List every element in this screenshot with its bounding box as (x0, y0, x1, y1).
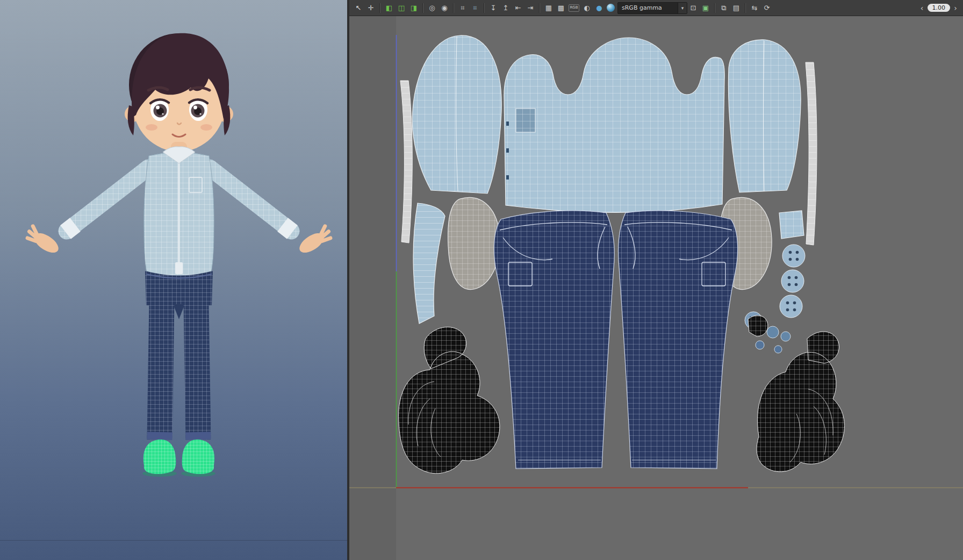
hair-wisp-right (224, 105, 230, 135)
isolate-select-remove-icon[interactable]: ◫ (396, 2, 407, 14)
jeans (145, 271, 213, 440)
checker-display-icon[interactable]: ▩ (555, 2, 567, 14)
toolbar-separator (745, 3, 746, 13)
toolbar-group-isolate: ◧◫◨ (383, 2, 420, 14)
distortion-display-icon[interactable]: ◉ (439, 2, 450, 14)
shoe-right (181, 440, 215, 477)
hand-right (296, 226, 333, 256)
pixel-snap-icon[interactable]: ⌗ (469, 2, 481, 14)
uv-button-small-3 (756, 341, 764, 349)
uv-left-margin (349, 16, 396, 560)
tweak-uv-tool-icon[interactable]: ✛ (365, 2, 377, 14)
toolbar-group-display-modes: ◎◉ (426, 2, 450, 14)
exposure-increase-button[interactable]: › (952, 4, 959, 12)
blush-left (146, 124, 157, 131)
grid-display-icon[interactable]: ▦ (543, 2, 555, 14)
uv-button-large-1 (782, 245, 805, 267)
toolbar-group-align: ↧↥⇤⇥ (487, 2, 536, 14)
toolbar-separator (379, 3, 380, 13)
uv-button-small-2 (781, 332, 790, 341)
isolate-select-toggle-icon[interactable]: ◨ (408, 2, 420, 14)
toolbar-separator (422, 3, 423, 13)
align-u-min-icon[interactable]: ↧ (487, 2, 499, 14)
toolbar-separator (453, 3, 454, 13)
align-u-max-icon[interactable]: ↥ (500, 2, 512, 14)
shirt-sleeve-left (66, 168, 148, 232)
chevron-down-icon: ▾ (678, 3, 687, 13)
hand-left (25, 226, 62, 256)
alpha-channel-icon[interactable]: ◐ (581, 2, 593, 14)
toolbar-group-misc: ⇆⟳ (749, 2, 773, 14)
toolbar-group-copy-paste: ⧉▤ (718, 2, 742, 14)
toolbar-group-select: ↖✛ (353, 2, 377, 14)
colorspace-dropdown[interactable]: sRGB gamma ▾ (617, 2, 687, 14)
align-v-max-icon[interactable]: ⇥ (524, 2, 536, 14)
toolbar-separator (539, 3, 540, 13)
uv-editor-window: ↖✛ ◧◫◨ ◎◉ ⌗⌗ ↧↥⇤⇥ ▦▩RGB◐● sRGB gamma ▾ ⊡… (0, 0, 963, 560)
hair-wisp-left (128, 105, 134, 135)
uv-button-large-3 (780, 295, 802, 318)
shirt-sleeve-right (210, 168, 292, 232)
eye-left (150, 98, 169, 121)
toolbar-group-snap: ⌗⌗ (457, 2, 481, 14)
perspective-viewport[interactable] (0, 0, 347, 560)
character-boy[interactable] (25, 33, 333, 477)
eye-right (189, 98, 207, 121)
exposure-toggle-icon[interactable]: ⊡ (687, 2, 699, 14)
shaded-sphere-icon[interactable] (607, 4, 615, 12)
select-tool-icon[interactable]: ↖ (353, 2, 364, 14)
refresh-view-icon[interactable]: ⟳ (761, 2, 773, 14)
toolbar-group-exposure: ⊡▣ (687, 2, 712, 14)
grid-snap-icon[interactable]: ⌗ (457, 2, 469, 14)
uv-toolbar: ↖✛ ◧◫◨ ◎◉ ⌗⌗ ↧↥⇤⇥ ▦▩RGB◐● sRGB gamma ▾ ⊡… (349, 0, 963, 16)
uv-shell-shirt-sleeve-right[interactable] (728, 40, 801, 192)
exposure-decrease-button[interactable]: ‹ (919, 4, 925, 12)
toolbar-separator (714, 3, 715, 13)
uv-editor-panel: ↖✛ ◧◫◨ ◎◉ ⌗⌗ ↧↥⇤⇥ ▦▩RGB◐● sRGB gamma ▾ ⊡… (349, 0, 963, 560)
texture-display-icon[interactable]: ● (593, 2, 605, 14)
isolate-select-add-icon[interactable]: ◧ (383, 2, 395, 14)
copy-uvs-icon[interactable]: ⧉ (718, 2, 730, 14)
exposure-spinner: ‹ 1.00 › (919, 4, 960, 12)
uv-button-small-4 (774, 346, 782, 353)
cycle-uvs-icon[interactable]: ⇆ (749, 2, 760, 14)
toolbar-group-image-display: ▦▩RGB◐● (543, 2, 605, 14)
uv-button-large-2 (781, 270, 804, 292)
uv-button-small-1 (767, 326, 779, 338)
image-range-icon[interactable]: ▣ (700, 2, 712, 14)
shoe-left (142, 440, 177, 477)
shirt-torso (144, 147, 214, 277)
exposure-value[interactable]: 1.00 (928, 4, 951, 12)
highlight-shell-icon[interactable]: ◎ (426, 2, 438, 14)
paste-uvs-icon[interactable]: ▤ (730, 2, 742, 14)
uv-canvas[interactable] (349, 16, 963, 560)
uv-shell-chest-pocket[interactable] (779, 211, 804, 239)
toolbar-separator (484, 3, 485, 13)
blush-right (200, 124, 212, 131)
align-v-min-icon[interactable]: ⇤ (512, 2, 524, 14)
rgb-channels-icon[interactable]: RGB (569, 4, 579, 12)
colorspace-value: sRGB gamma (618, 4, 678, 11)
character-render[interactable] (0, 0, 347, 560)
